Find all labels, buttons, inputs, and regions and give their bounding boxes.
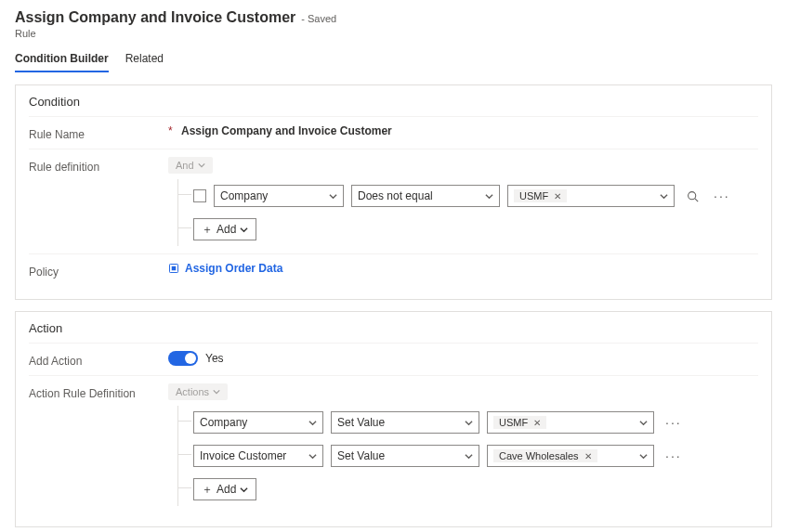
chevron-down-icon <box>240 226 248 234</box>
add-condition-button[interactable]: ＋ Add <box>193 218 256 240</box>
tabs: Condition Builder Related <box>15 52 772 73</box>
chevron-down-icon <box>329 192 337 201</box>
action-panel-title: Action <box>29 321 758 335</box>
rule-name-label: Rule Name <box>29 124 168 141</box>
operator-select[interactable]: Does not equal <box>351 185 500 207</box>
value-tag: USMF ✕ <box>493 416 546 429</box>
actions-root-chip[interactable]: Actions <box>168 383 228 400</box>
action-row: Invoice Customer Set Value Cave Wholesal… <box>193 439 758 473</box>
remove-tag-button[interactable]: ✕ <box>584 451 592 461</box>
value-select[interactable]: USMF ✕ <box>507 185 675 207</box>
rule-definition-row: Rule definition And Company Does not equ… <box>29 149 758 253</box>
policy-row: Policy Assign Order Data <box>29 253 758 286</box>
value-tag-text: Cave Wholesales <box>499 450 579 461</box>
actions-root-text: Actions <box>176 386 209 397</box>
operator-select-text: Does not equal <box>358 189 433 202</box>
row-more-button[interactable]: ··· <box>662 448 686 463</box>
add-action-label: Add Action <box>29 351 168 368</box>
operator-select[interactable]: Set Value <box>331 411 479 434</box>
value-tag: Cave Wholesales ✕ <box>493 449 597 462</box>
policy-link-text: Assign Order Data <box>185 262 282 275</box>
add-action-rule-text: Add <box>216 483 236 496</box>
entity-subtitle: Rule <box>15 28 772 39</box>
add-action-toggle[interactable] <box>168 351 198 366</box>
policy-link[interactable]: Assign Order Data <box>168 262 282 275</box>
entity-icon <box>168 263 179 274</box>
remove-tag-button[interactable]: ✕ <box>554 191 561 201</box>
field-select-text: Invoice Customer <box>200 449 286 462</box>
plus-icon: ＋ <box>202 222 213 238</box>
plus-icon: ＋ <box>202 482 213 498</box>
svg-line-1 <box>694 198 697 201</box>
row-checkbox[interactable] <box>193 189 206 202</box>
add-condition-text: Add <box>216 223 236 236</box>
svg-point-0 <box>688 191 695 199</box>
action-row: Company Set Value USMF ✕ <box>193 406 758 439</box>
chevron-down-icon <box>198 162 205 169</box>
root-operator-chip[interactable]: And <box>168 157 213 174</box>
operator-select[interactable]: Set Value <box>331 445 479 467</box>
field-select[interactable]: Invoice Customer <box>193 445 323 467</box>
action-tree: Company Set Value USMF ✕ <box>168 406 758 506</box>
remove-tag-button[interactable]: ✕ <box>533 418 541 428</box>
condition-panel-title: Condition <box>29 95 758 109</box>
page-title: Assign Company and Invoice Customer <box>15 9 295 26</box>
field-select-text: Company <box>220 189 268 202</box>
add-action-toggle-text: Yes <box>205 352 224 365</box>
add-action-rule-row: ＋ Add <box>193 473 758 506</box>
row-more-button[interactable]: ··· <box>710 188 734 203</box>
chevron-down-icon <box>308 419 317 427</box>
chevron-down-icon <box>660 192 668 201</box>
chevron-down-icon <box>465 452 473 461</box>
tab-condition-builder[interactable]: Condition Builder <box>15 52 109 72</box>
chevron-down-icon <box>485 192 493 201</box>
required-indicator: * <box>168 124 173 137</box>
tab-related[interactable]: Related <box>125 52 164 72</box>
chevron-down-icon <box>240 486 248 494</box>
field-select[interactable]: Company <box>214 185 344 207</box>
action-panel: Action Add Action Yes Action Rule Defini… <box>15 311 772 527</box>
rule-definition-label: Rule definition <box>29 157 168 174</box>
row-more-button[interactable]: ··· <box>662 415 686 430</box>
search-icon <box>687 190 699 202</box>
save-status: - Saved <box>301 13 336 24</box>
field-select-text: Company <box>200 416 247 429</box>
value-select[interactable]: Cave Wholesales ✕ <box>487 445 654 467</box>
value-tag-text: USMF <box>519 190 548 201</box>
page-header: Assign Company and Invoice Customer - Sa… <box>15 9 772 39</box>
chevron-down-icon <box>639 419 648 427</box>
chevron-down-icon <box>308 452 317 461</box>
rule-name-row: Rule Name * Assign Company and Invoice C… <box>29 116 758 149</box>
add-action-rule-button[interactable]: ＋ Add <box>193 478 256 500</box>
rule-name-value[interactable]: Assign Company and Invoice Customer <box>181 121 392 137</box>
operator-select-text: Set Value <box>337 449 385 462</box>
operator-select-text: Set Value <box>337 416 385 429</box>
value-tag-text: USMF <box>499 417 528 428</box>
chevron-down-icon <box>465 419 473 427</box>
add-action-row: Add Action Yes <box>29 343 758 375</box>
action-rule-definition-row: Action Rule Definition Actions Company S… <box>29 375 758 513</box>
action-rule-definition-label: Action Rule Definition <box>29 383 168 400</box>
policy-label: Policy <box>29 262 168 279</box>
value-tag: USMF ✕ <box>514 189 567 202</box>
condition-row: Company Does not equal USMF ✕ <box>193 179 758 213</box>
value-select[interactable]: USMF ✕ <box>487 411 654 434</box>
field-select[interactable]: Company <box>193 411 323 434</box>
svg-rect-3 <box>172 266 177 271</box>
condition-tree: Company Does not equal USMF ✕ <box>168 179 758 246</box>
chevron-down-icon <box>639 452 648 461</box>
root-operator-text: And <box>176 160 194 171</box>
lookup-button[interactable] <box>682 186 702 206</box>
add-condition-row: ＋ Add <box>193 213 758 246</box>
chevron-down-icon <box>213 388 220 396</box>
condition-panel: Condition Rule Name * Assign Company and… <box>15 84 772 300</box>
